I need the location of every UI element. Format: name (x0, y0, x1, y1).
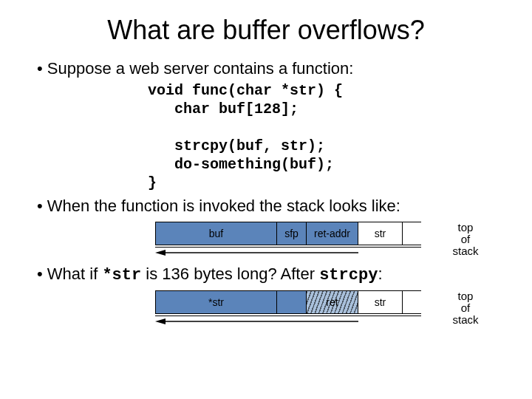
svg-marker-3 (155, 318, 166, 324)
cell-ret-addr: ret-addr (307, 222, 358, 245)
code-block: void func(char *str) { char buf[128]; st… (148, 81, 502, 192)
slide-title: What are buffer overflows? (30, 15, 502, 46)
arrow-icon (155, 250, 358, 260)
svg-marker-1 (155, 250, 166, 256)
top-of-stack-label-1: top of stack (443, 222, 488, 256)
stack-diagram-2: *str ret str top of stack (30, 290, 502, 326)
top-of-stack-label-2: top of stack (443, 290, 488, 325)
arrow-icon (155, 318, 358, 329)
cell-buf: buf (155, 222, 277, 245)
cell-overflow-str2: str (358, 291, 403, 313)
cell-overflow-ret: ret (307, 291, 358, 313)
bullet-1: Suppose a web server contains a function… (37, 59, 502, 78)
bullet-2: When the function is invoked the stack l… (37, 197, 502, 216)
cell-overflow-str: *str (155, 291, 277, 313)
inline-code-str: *str (102, 266, 141, 284)
bullet-3: What if *str is 136 bytes long? After st… (37, 265, 502, 284)
cell-str: str (358, 222, 403, 245)
cell-sfp: sfp (277, 222, 307, 245)
stack-diagram-1: buf sfp ret-addr str top of stack (30, 222, 502, 257)
inline-code-strcpy: strcpy (319, 266, 378, 284)
cell-overflow-sfp (277, 291, 307, 313)
